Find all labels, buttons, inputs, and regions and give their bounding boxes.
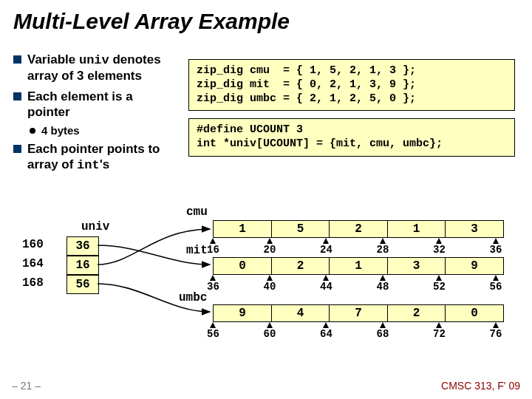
array-row-mit: 0 2 1 3 9 (213, 257, 504, 275)
addr-tick-icon (210, 275, 216, 281)
array-cell: 0 (445, 304, 504, 322)
addr-number: 32 (433, 244, 446, 256)
array-cell: 3 (387, 257, 446, 275)
addr-tick-icon (323, 238, 329, 244)
array-cell: 1 (387, 220, 446, 238)
ptr-addr: 164 (22, 257, 44, 270)
addr-tick-icon (380, 275, 386, 281)
ptr-cell: 16 (66, 256, 99, 275)
addr-number: 44 (320, 281, 332, 293)
array-label-umbc: umbc (179, 291, 207, 304)
bullet-list: Variable univ denotes array of 3 element… (13, 52, 176, 178)
square-bullet-icon (13, 55, 21, 64)
addr-tick-icon (267, 322, 273, 328)
addr-tick-icon (380, 238, 386, 244)
array-cell: 1 (213, 220, 272, 238)
addr-tick-icon (210, 238, 216, 244)
array-cell: 1 (329, 257, 388, 275)
sub-bullet-text: 4 bytes (41, 124, 80, 137)
addr-tick-icon (267, 275, 273, 281)
code-block-define: #define UCOUNT 3 int *univ[UCOUNT] = {mi… (188, 118, 515, 157)
array-cell: 2 (329, 220, 388, 238)
addr-number: 68 (377, 328, 389, 340)
ptr-addr: 168 (22, 276, 44, 290)
code-block-declarations: zip_dig cmu = { 1, 5, 2, 1, 3 }; zip_dig… (188, 59, 515, 111)
addr-number: 72 (433, 328, 446, 340)
addr-number: 40 (264, 281, 276, 293)
addr-number: 64 (320, 328, 332, 340)
addr-tick-icon (436, 322, 442, 328)
addr-tick-icon (210, 322, 216, 328)
ptr-addr: 160 (22, 238, 44, 251)
array-cell: 5 (271, 220, 330, 238)
square-bullet-icon (13, 145, 21, 153)
array-cell: 9 (213, 304, 272, 322)
addr-tick-icon (323, 322, 329, 328)
array-cell: 7 (329, 304, 388, 322)
addr-tick-icon (323, 275, 329, 281)
memory-diagram: univ 160 36 164 16 168 56 cmu 1 5 2 1 3 … (22, 220, 514, 368)
addr-tick-icon (436, 238, 442, 244)
addr-number: 20 (264, 244, 276, 256)
array-cell: 3 (445, 220, 504, 238)
bullet-text: Variable univ denotes array of 3 element… (27, 52, 176, 84)
course-footer: CMSC 313, F' 09 (441, 380, 520, 392)
square-bullet-icon (13, 92, 21, 100)
addr-tick-icon (493, 322, 499, 328)
ptr-cell: 56 (66, 275, 99, 294)
slide-number: – 21 – (12, 380, 41, 392)
bullet-item: Each pointer points to array of int's (13, 141, 176, 174)
addr-number: 36 (490, 244, 502, 256)
addr-number: 36 (207, 281, 219, 293)
addr-number: 28 (377, 244, 389, 256)
array-cell: 0 (213, 257, 272, 275)
bullet-text: Each pointer points to array of int's (27, 141, 176, 174)
array-row-umbc: 9 4 7 2 0 (213, 304, 504, 322)
bullet-item: Variable univ denotes array of 3 element… (13, 52, 176, 84)
addr-number: 60 (264, 328, 276, 340)
addr-number: 52 (433, 281, 446, 293)
array-label-cmu: cmu (186, 205, 208, 219)
addr-number: 24 (320, 244, 332, 256)
ptr-cell: 36 (66, 236, 99, 256)
addr-tick-icon (493, 238, 499, 244)
disc-bullet-icon (30, 128, 35, 134)
addr-tick-icon (493, 275, 499, 281)
addr-tick-icon (436, 275, 442, 281)
addr-tick-icon (267, 238, 273, 244)
array-cell: 9 (445, 257, 504, 275)
sub-bullet-item: 4 bytes (30, 124, 176, 137)
bullet-text: Each element is a pointer (27, 89, 176, 120)
array-cell: 4 (271, 304, 330, 322)
addr-number: 76 (490, 328, 502, 340)
array-cell: 2 (387, 304, 446, 322)
slide-title: Multi-Level Array Example (0, 0, 532, 34)
addr-tick-icon (380, 322, 386, 328)
bullet-item: Each element is a pointer (13, 89, 176, 120)
addr-number: 56 (207, 328, 219, 340)
array-label-mit: mit (186, 244, 208, 257)
addr-number: 48 (377, 281, 389, 293)
array-cell: 2 (271, 257, 330, 275)
addr-number: 16 (207, 244, 219, 256)
addr-number: 56 (490, 281, 502, 293)
array-row-cmu: 1 5 2 1 3 (213, 220, 504, 238)
univ-label: univ (81, 220, 109, 233)
